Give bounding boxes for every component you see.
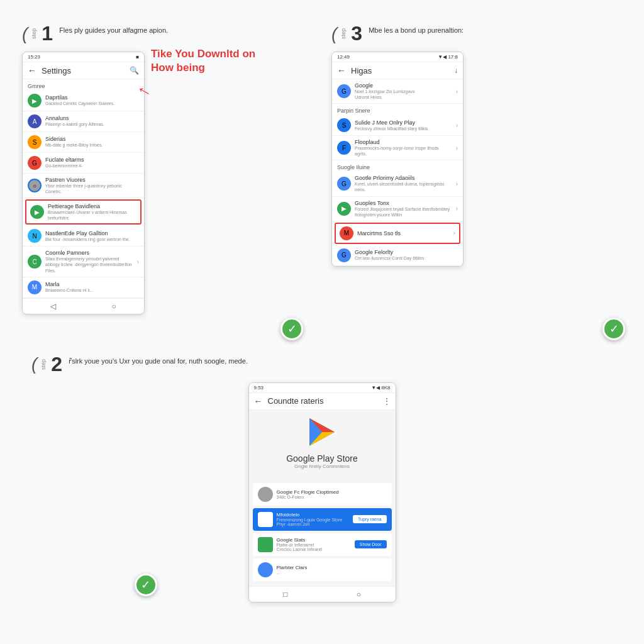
step2-phone: 9:53 ▼◀ 8K8 ← Coundte rateris ⋮ [248,382,396,602]
step1-item-5-text: Pastren Viuores Ybor mbenter three j-qua… [45,177,139,194]
step2-app-item-1[interactable]: Google Fc Flogie Cloptimed 348c O-Folerx [253,483,392,506]
step1-item-7-text: NastlenEde Play Galltion Ble four -novam… [45,230,139,242]
step1-highlight-text: Tike You Downltd on How being [151,47,255,75]
step3-guoples-text: Guoples Tonx Forzed Jloqujosent bryall S… [355,200,452,218]
step1-item-2[interactable]: A Annaluns Pilaenyr-s-kakell gory Alfena… [23,111,144,132]
step3-gootle-icon: G [337,177,351,191]
step1-item-2-subtitle: Pilaenyr-s-kakell gory Alfenas. [45,121,139,127]
step2-app-3-update-btn[interactable]: Show Door [355,540,387,548]
step1-item-3-icon: S [28,135,42,149]
step1-item-6-title: Pettierage Bavidlena [48,203,136,209]
step1-label: step [31,28,37,39]
step3-guoples-item[interactable]: ▶ Guoples Tonx Forzed Jloqujosent bryall… [332,197,463,221]
step1-item-3[interactable]: S Siderias Mb-date g meke-Bltoy Infoes. [23,132,144,153]
step1-description: Fles ply guides your alfagme apion. [59,26,313,35]
step2-app-2-sub: Fresnonizong I-guix Google StorePhyr -ka… [277,518,350,526]
step1-item-7-icon: N [28,229,42,243]
step3-guoples-icon: ▶ [337,202,351,216]
step3-description: Mbe les a bond up purenaltion: [369,26,622,35]
step3-google-item[interactable]: G Google Noel 1-lorzigsw Zlo LumtzgavoUd… [332,79,463,104]
step2-app-4-sub: ... [277,570,387,575]
step1-item-9-text: Marla Bniaeemo-Cnltens r4 li... [45,281,139,293]
step1-number-wrapper: ( step 1 [22,22,53,45]
step3-section-suogle: Suogle Iluine [332,160,463,172]
step1-item-5[interactable]: ○ Pastren Viuores Ybor mbenter three j-q… [23,174,144,198]
step3-bracket-open: ( [331,25,337,43]
step2-square-nav[interactable]: □ [283,590,287,599]
step2-app-2-update-btn[interactable]: Tupry raena [353,515,386,523]
step1-item-1-title: Daprtilas [45,94,139,101]
step3-flooplaud-item[interactable]: F Flooplaud Prasemocirs-homy-sorpr-lonsr… [332,136,463,160]
step1-item-2-icon: A [28,114,42,128]
step2-app-item-3[interactable]: Google Slats Ftahe-dr InflenarrelCreclou… [253,533,392,556]
step3-sulide-chevron: › [456,122,458,129]
step3-download-icon[interactable]: ↓ [454,66,458,75]
step1-item-3-subtitle: Mb-date g meke-Bltoy Infoes. [45,142,139,148]
page-container: ( step 1 Fles ply guides your alfagme ap… [0,0,644,644]
step2-description: r̃slrk youe you's Uxr you gude onal for,… [69,357,613,366]
step1-item-1[interactable]: ▶ Daprtilas Gackted Cenrits Cayneeer Sia… [23,91,144,111]
step1-home-nav[interactable]: ○ [112,302,116,311]
step1-item-2-title: Annaluns [45,115,139,121]
step3-guoples-title: Guoples Tonx [355,200,452,206]
step3-phone: 12:49 ▼◀ 17:8 ← Higas ↓ G Google Noel 1-… [331,52,464,267]
step3-google-text: Google Noel 1-lorzigsw Zlo LumtzgavoUdro… [355,82,452,100]
step1-item-6-icon: ▶ [30,205,44,219]
step1-toolbar: ← Settings 🔍 [23,62,144,79]
step1-item-7[interactable]: N NastlenEde Play Galltion Ble four -nov… [23,226,144,247]
step3-flooplaud-chevron: › [456,145,458,152]
step2-number-wrapper: ( step 2 [31,353,62,376]
step2-home-nav[interactable]: ○ [357,590,361,599]
step3-google-title: Google [355,82,452,89]
step1-item-8[interactable]: C Coornle Pamners Silas threabgennery ym… [23,247,144,277]
step3-marcirtms-item-highlighted[interactable]: M Marcirtms Sso tls › [335,223,460,244]
step3-section-parpin: Parpin Snere [332,104,463,115]
step3-flooplaud-icon: F [337,141,351,155]
step1-item-2-text: Annaluns Pilaenyr-s-kakell gory Alfenas. [45,115,139,127]
step2-back-arrow[interactable]: ← [254,396,263,406]
step1-panel: ( step 1 Fles ply guides your alfagme ap… [13,13,322,347]
step3-status-bar: 12:49 ▼◀ 17:8 [332,52,463,62]
step1-item-9[interactable]: M Marla Bniaeemo-Cnltens r4 li... [23,277,144,298]
step1-item-5-icon: ○ [28,179,42,192]
step1-item-8-text: Coornle Pamners Silas threabgennery ymou… [45,250,133,273]
step3-marcirtms-text: Marcirtms Sso tls [357,230,450,236]
step3-sulide-icon: S [337,118,351,132]
step2-app-item-4[interactable]: Plarbter Clars ... [253,558,392,581]
step3-felorlty-item[interactable]: G Google Felorlty Cirt lesr-llusrimcsx C… [332,245,463,266]
step1-highlight-line2: How being [151,61,255,75]
step3-sulide-item[interactable]: S Sulide J Mee Onlry Play Feclosvy zlImo… [332,115,463,136]
step3-status-icons: ▼◀ 17:8 [438,54,458,60]
step2-play-store-name: Google Play Store [254,453,391,464]
step3-sulide-subtitle: Feclosvy zlImox Mbactlfad stary tillkls. [355,126,452,131]
step1-item-6-highlighted[interactable]: ▶ Pettierage Bavidlena Bniaaemclare-Ulva… [25,199,142,225]
step1-status-time: 15:23 [28,54,40,60]
step1-back-arrow[interactable]: ← [28,65,36,75]
step2-app-item-2-highlighted[interactable]: Mfoidotelo Fresnonizong I-guix Google St… [253,508,392,531]
step2-app-1-text: Google Fc Flogie Cloptimed 348c O-Folerx [277,489,387,499]
step1-item-3-title: Siderias [45,136,139,142]
step1-toolbar-title: Settings [42,66,125,75]
step3-google-icon: G [337,84,351,98]
step3-status-time: 12:49 [337,54,350,60]
step1-back-nav[interactable]: ◁ [50,302,56,311]
step3-marcirtms-title: Marcirtms Sso tls [357,230,450,236]
step3-checkmark: ✓ [602,318,625,340]
step1-item-5-subtitle: Ybor mbenter three j-quantrory yebonic C… [45,183,139,194]
step3-gootle-item[interactable]: G Gootle Prlorimy Adaoiils Kvrel, ulvert… [332,172,463,196]
step1-highlight-overlay: Tike You Downltd on How being [151,47,255,75]
step2-status-icons: ▼◀ 8K8 [371,385,390,391]
step2-menu-icon[interactable]: ⋮ [383,397,391,406]
step3-number: 3 [351,22,362,45]
step2-toolbar: ← Coundte rateris ⋮ [249,393,396,410]
step1-search-icon[interactable]: 🔍 [130,66,139,75]
step3-gootle-subtitle: Kvrel, ulvert-slezenfcidell dueria, topl… [355,181,452,192]
step1-section-label: Gmree [23,79,144,91]
step2-nav-bar: □ ○ [249,586,396,602]
step3-back-arrow[interactable]: ← [337,65,346,75]
step1-item-8-icon: C [28,255,42,269]
step1-checkmark-symbol: ✓ [287,322,297,336]
step3-marcirtms-chevron: › [453,230,455,236]
step2-label: step [40,359,47,370]
step1-item-4[interactable]: G Fuclate eltarms Go-bemronmrne-il- [23,153,144,174]
